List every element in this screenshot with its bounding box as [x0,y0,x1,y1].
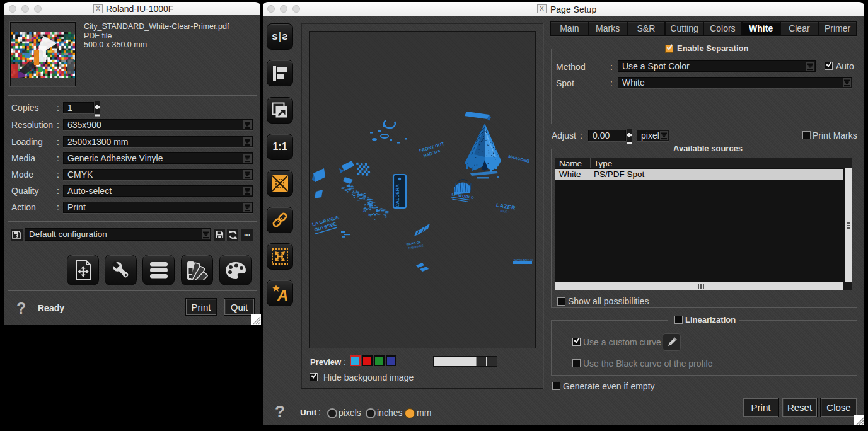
svg-text:CALDERA: CALDERA [395,184,400,207]
svg-text:MR&CONG: MR&CONG [508,154,530,163]
svg-text:A: A [277,287,288,302]
svg-text:.: . [374,216,376,221]
svg-text:WWW.LAZER.IO: WWW.LAZER.IO [514,258,533,261]
